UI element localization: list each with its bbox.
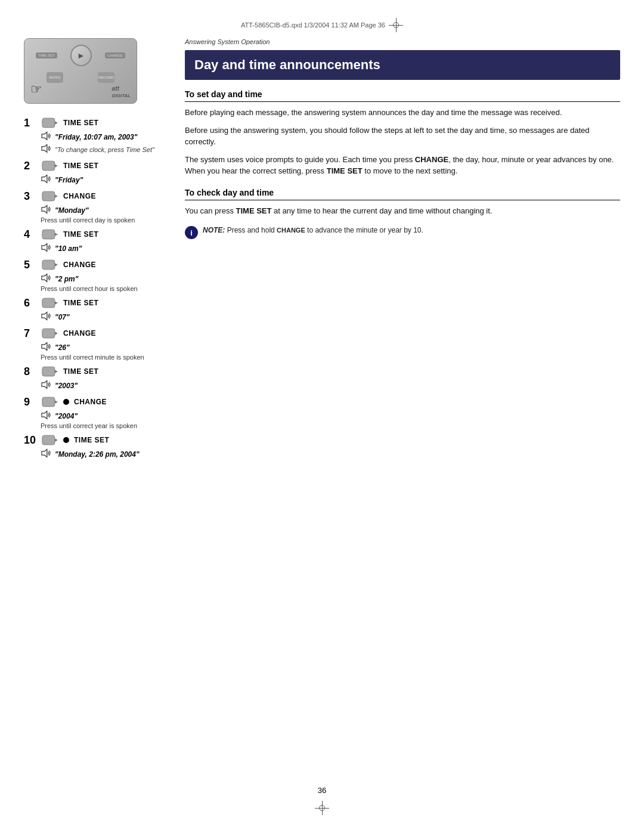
step-audio-7-0: "26" xyxy=(41,342,167,353)
step-btn-icon-10[interactable] xyxy=(41,433,60,447)
set-para-2: The system uses voice prompts to guide y… xyxy=(185,154,620,177)
step-btn-icon-1[interactable] xyxy=(41,116,60,130)
step-audio-10-0: "Monday, 2:26 pm, 2004" xyxy=(41,448,167,460)
step-label-2: TIME SET xyxy=(63,162,98,170)
right-column: Answering System Operation Day and time … xyxy=(185,38,620,774)
page-number: 36 xyxy=(24,786,620,795)
content-area: TIME SET ► CHANGE INTRO RECORD attDIGITA… xyxy=(24,38,620,774)
svg-rect-7 xyxy=(42,191,55,201)
page-container: ATT-5865CIB-d5.qxd 1/3/2004 11:32 AM Pag… xyxy=(0,0,644,833)
step-label-10: TIME SET xyxy=(74,436,109,444)
svg-marker-20 xyxy=(55,332,58,335)
svg-marker-12 xyxy=(42,244,47,252)
svg-marker-6 xyxy=(42,175,47,183)
svg-marker-11 xyxy=(55,233,58,236)
step-btn-icon-6[interactable] xyxy=(41,296,60,310)
bottom-crosshair-container xyxy=(24,801,620,815)
step-number-7: 7 xyxy=(24,327,37,340)
step-audio-2-0: "Friday" xyxy=(41,174,167,185)
audio-text-5-0: "2 pm" xyxy=(55,275,78,283)
svg-marker-30 xyxy=(42,450,47,457)
svg-marker-14 xyxy=(55,263,58,266)
doc-meta: ATT-5865CIB-d5.qxd 1/3/2004 11:32 AM Pag… xyxy=(24,18,620,32)
audio-text-7-0: "26" xyxy=(55,343,70,352)
step-audio-9-0: "2004" xyxy=(41,410,167,422)
step-btn-icon-7[interactable] xyxy=(41,326,60,340)
speaker-icon-4-0 xyxy=(41,243,52,254)
svg-marker-3 xyxy=(42,145,47,153)
step-btn-icon-4[interactable] xyxy=(41,227,60,241)
step-label-5: CHANGE xyxy=(63,261,96,269)
check-heading: To check day and time xyxy=(185,188,620,200)
svg-marker-23 xyxy=(55,370,58,373)
device-image: TIME SET ► CHANGE INTRO RECORD attDIGITA… xyxy=(24,38,137,104)
svg-marker-1 xyxy=(55,121,58,124)
btn-intro[interactable]: INTRO xyxy=(47,72,63,83)
btn-record[interactable]: RECORD xyxy=(98,72,114,83)
speaker-icon-1-0 xyxy=(41,131,52,143)
step-number-3: 3 xyxy=(24,190,37,203)
btn-change[interactable]: CHANGE xyxy=(105,52,125,58)
svg-rect-4 xyxy=(42,161,55,171)
step-note-3: Press until correct day is spoken xyxy=(41,216,167,224)
svg-marker-29 xyxy=(55,438,58,441)
page-title-banner: Day and time announcements xyxy=(185,50,620,80)
step-note-9: Press until correct year is spoken xyxy=(41,422,167,429)
step-number-6: 6 xyxy=(24,297,37,309)
speaker-icon-6-0 xyxy=(41,311,52,323)
speaker-icon-1-1 xyxy=(41,144,52,155)
step-header-2: 2 TIME SET xyxy=(24,159,167,173)
step-audio-1-0: "Friday, 10:07 am, 2003" xyxy=(41,131,167,143)
note-box: i NOTE: Press and hold CHANGE to advance… xyxy=(185,226,620,239)
audio-text-4-0: "10 am" xyxy=(55,244,82,253)
audio-text-2-0: "Friday" xyxy=(55,176,83,184)
audio-text-3-0: "Monday" xyxy=(55,206,89,215)
step-number-1: 1 xyxy=(24,117,37,129)
step-btn-icon-2[interactable] xyxy=(41,159,60,173)
step-number-9: 9 xyxy=(24,396,37,408)
step-number-2: 2 xyxy=(24,160,37,172)
doc-meta-text: ATT-5865CIB-d5.qxd 1/3/2004 11:32 AM Pag… xyxy=(241,21,385,29)
btn-play[interactable]: ► xyxy=(70,45,92,66)
finger-icon: ☞ xyxy=(30,82,42,97)
step-dot-9 xyxy=(63,399,69,405)
step-audio-4-0: "10 am" xyxy=(41,243,167,254)
svg-marker-26 xyxy=(55,400,58,403)
step-btn-icon-9[interactable] xyxy=(41,395,60,409)
speaker-icon-9-0 xyxy=(41,410,52,422)
step-8: 8 TIME SET "2003" xyxy=(24,364,167,391)
page-title: Day and time announcements xyxy=(194,57,611,73)
step-audio-3-0: "Monday" xyxy=(41,205,167,216)
svg-rect-10 xyxy=(42,230,55,239)
svg-rect-19 xyxy=(42,329,55,338)
step-number-5: 5 xyxy=(24,259,37,271)
step-btn-icon-8[interactable] xyxy=(41,364,60,379)
audio-text-1-1: "To change clock, press Time Set" xyxy=(55,146,154,153)
speaker-icon-2-0 xyxy=(41,174,52,185)
btn-timeset[interactable]: TIME SET xyxy=(36,52,57,58)
audio-text-10-0: "Monday, 2:26 pm, 2004" xyxy=(55,450,140,459)
svg-marker-9 xyxy=(42,206,47,213)
step-btn-icon-3[interactable] xyxy=(41,189,60,203)
speaker-icon-3-0 xyxy=(41,205,52,216)
step-btn-icon-5[interactable] xyxy=(41,258,60,272)
step-header-6: 6 TIME SET xyxy=(24,296,167,310)
note-text: NOTE: Press and hold CHANGE to advance t… xyxy=(203,226,423,234)
svg-marker-15 xyxy=(42,274,47,282)
check-paragraph: You can press TIME SET at any time to he… xyxy=(185,205,620,217)
audio-text-1-0: "Friday, 10:07 am, 2003" xyxy=(55,133,137,141)
step-9: 9 CHANGE "2004"Press until correct year … xyxy=(24,395,167,429)
set-heading: To set day and time xyxy=(185,89,620,102)
step-audio-5-0: "2 pm" xyxy=(41,273,167,284)
steps-container: 1 TIME SET "Friday, 10:07 am, 2003" "To … xyxy=(24,116,167,460)
crosshair-top xyxy=(389,18,403,32)
svg-rect-0 xyxy=(42,118,55,128)
step-5: 5 CHANGE "2 pm"Press until correct hour … xyxy=(24,258,167,292)
speaker-icon-5-0 xyxy=(41,273,52,284)
speaker-icon-8-0 xyxy=(41,380,52,391)
audio-text-6-0: "07" xyxy=(55,313,70,321)
speaker-icon-7-0 xyxy=(41,342,52,353)
step-header-9: 9 CHANGE xyxy=(24,395,167,409)
step-3: 3 CHANGE "Monday"Press until correct day… xyxy=(24,189,167,224)
step-header-7: 7 CHANGE xyxy=(24,326,167,340)
